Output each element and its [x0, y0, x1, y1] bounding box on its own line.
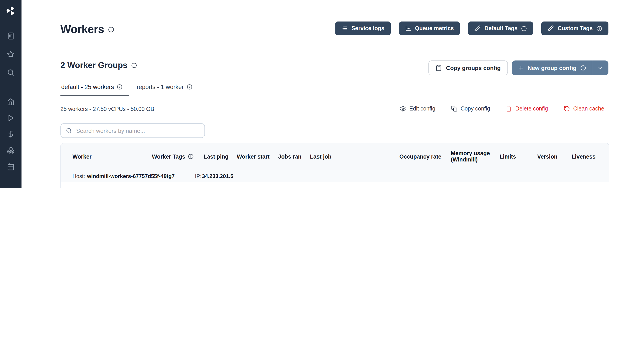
custom-tags-button[interactable]: Custom Tags: [542, 22, 608, 35]
host-row: Host: windmill-workers-67757d55f-49tg7 I…: [61, 170, 609, 182]
delete-config-label: Delete config: [516, 106, 548, 112]
chevron-down-icon: [597, 65, 604, 71]
col-limits: Limits: [500, 154, 537, 160]
info-icon[interactable]: [117, 84, 123, 90]
edit-config-label: Edit config: [409, 106, 435, 112]
ip-value: 34.233.201.5: [202, 173, 233, 179]
info-icon[interactable]: [131, 62, 137, 68]
workers-page: Workers Service logs Queue metrics Defau…: [0, 0, 644, 188]
service-logs-label: Service logs: [352, 25, 384, 32]
group-config-actions: Copy groups config New group config: [428, 60, 608, 75]
worker-group-tabs: default - 25 workers reports - 1 worker: [60, 84, 199, 96]
search-icon: [7, 69, 14, 76]
ip-label: IP:: [195, 173, 202, 179]
host-ip: IP: 34.233.201.5: [195, 173, 234, 179]
home-icon: [7, 98, 14, 106]
info-icon[interactable]: [580, 65, 586, 71]
service-logs-button[interactable]: Service logs: [335, 22, 390, 35]
copy-groups-config-button[interactable]: Copy groups config: [428, 60, 508, 75]
table-header: Worker Worker Tags Last ping Worker star…: [61, 143, 609, 170]
new-group-config-button[interactable]: New group config: [512, 60, 592, 75]
pencil-icon: [548, 25, 554, 32]
info-icon[interactable]: [108, 26, 114, 33]
col-worker-tags-label: Worker Tags: [152, 154, 185, 160]
page-title-text: Workers: [60, 23, 104, 36]
host-name: windmill-workers-67757d55f-49tg7: [87, 173, 175, 179]
info-icon[interactable]: [187, 84, 192, 90]
new-group-config-split: New group config: [512, 60, 608, 75]
rotate-icon: [564, 106, 570, 112]
sidebar-item-apps[interactable]: [4, 29, 18, 43]
default-tags-button[interactable]: Default Tags: [468, 22, 533, 35]
memory-total: 442MB: [451, 188, 496, 188]
tab-reports-label: reports - 1 worker: [137, 84, 184, 90]
sidebar-item-runs[interactable]: [4, 111, 18, 125]
custom-tags-label: Custom Tags: [558, 25, 592, 32]
workers-table: Worker Worker Tags Last ping Worker star…: [60, 143, 609, 188]
sidebar: [0, 0, 22, 188]
host-label: Host:: [72, 173, 85, 179]
col-worker-tags: Worker Tags: [152, 154, 204, 160]
col-memory-usage: Memory usage (Windmill): [451, 150, 500, 163]
sidebar-item-search[interactable]: [4, 65, 18, 80]
copy-config-label: Copy config: [461, 106, 490, 112]
sidebar-item-favorites[interactable]: [4, 47, 18, 61]
col-occupancy-rate: Occupancy rate: [399, 154, 451, 160]
col-worker: Worker: [61, 154, 152, 160]
calculator-icon: [7, 32, 14, 40]
col-last-job: Last job: [310, 154, 399, 160]
new-group-config-label: New group config: [528, 65, 576, 71]
info-icon[interactable]: [521, 26, 527, 31]
edit-config-button[interactable]: Edit config: [400, 106, 435, 112]
dollar-icon: [7, 130, 14, 138]
clean-cache-label: Clean cache: [573, 106, 604, 112]
new-group-config-dropdown[interactable]: [592, 60, 608, 75]
calendar-icon: [7, 163, 14, 170]
trash-icon: [506, 106, 512, 112]
header-actions: Service logs Queue metrics Default Tags …: [335, 22, 608, 35]
delete-config-button[interactable]: Delete config: [506, 106, 548, 112]
col-last-ping: Last ping: [204, 154, 237, 160]
clipboard-icon: [435, 65, 442, 71]
col-jobs-ran: Jobs ran: [278, 154, 310, 160]
sidebar-item-resources[interactable]: [4, 143, 18, 157]
page-title: Workers: [60, 23, 114, 36]
sidebar-item-schedules[interactable]: [4, 160, 18, 174]
tab-reports[interactable]: reports - 1 worker: [136, 84, 199, 96]
copy-groups-config-label: Copy groups config: [446, 65, 501, 71]
search-input[interactable]: [76, 127, 204, 134]
config-actions: Edit config Copy config Delete config Cl…: [400, 106, 604, 112]
gear-icon: [400, 106, 406, 112]
list-icon: [342, 25, 348, 32]
worker-groups-heading: 2 Worker Groups: [60, 60, 137, 70]
worker-row: wk-default-49tg7-idt46 bash, bigq... 7s …: [61, 182, 609, 188]
star-icon: [7, 50, 14, 58]
worker-groups-title: 2 Worker Groups: [60, 60, 128, 70]
col-liveness: Liveness: [572, 154, 609, 160]
plus-icon: [518, 65, 524, 71]
pencil-icon: [474, 25, 481, 32]
col-version: Version: [537, 154, 572, 160]
queue-metrics-label: Queue metrics: [415, 25, 454, 32]
sidebar-item-home[interactable]: [4, 95, 18, 109]
search-icon: [66, 128, 72, 134]
boxes-icon: [7, 146, 14, 154]
limit-cpu: 1.10 vCPUs: [500, 188, 533, 188]
copy-config-button[interactable]: Copy config: [451, 106, 490, 112]
windmill-logo[interactable]: [6, 6, 16, 16]
default-tags-label: Default Tags: [484, 25, 518, 32]
tab-default[interactable]: default - 25 workers: [60, 84, 129, 96]
group-summary: 25 workers - 27.50 vCPUs - 50.00 GB: [60, 106, 154, 112]
clean-cache-button[interactable]: Clean cache: [564, 106, 604, 112]
sidebar-item-variables[interactable]: [4, 127, 18, 141]
info-icon[interactable]: [596, 26, 602, 31]
line-chart-icon: [405, 25, 411, 32]
copy-icon: [451, 106, 457, 112]
col-worker-start: Worker start: [237, 154, 278, 160]
info-icon[interactable]: [188, 154, 194, 160]
queue-metrics-button[interactable]: Queue metrics: [399, 22, 460, 35]
search-box: [60, 124, 205, 138]
memory-usage: 442MB (32MB): [451, 188, 500, 188]
tab-default-label: default - 25 workers: [61, 84, 114, 90]
limits: 1.10 vCPUs 2048MB: [500, 188, 537, 188]
